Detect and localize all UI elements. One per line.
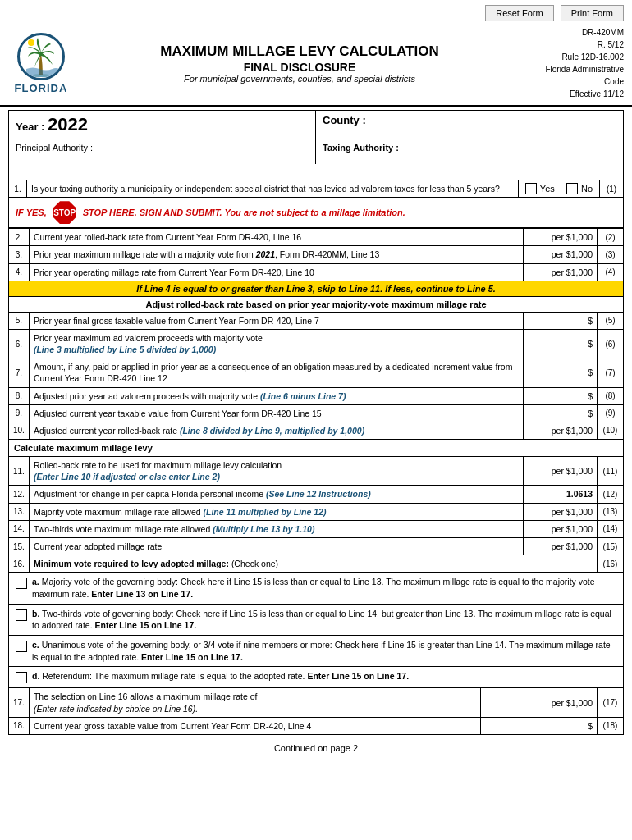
- reset-button[interactable]: Reset Form: [485, 5, 553, 21]
- form-code: Florida Administrative Code: [525, 63, 624, 88]
- row-13-unit: per $1,000: [524, 503, 598, 520]
- row-12-value: 1.0613: [524, 486, 598, 503]
- section-1-header-row: Adjust rolled-back rate based on prior y…: [9, 296, 624, 312]
- principal-taxing-row: Principal Authority : Taxing Authority :: [8, 139, 624, 164]
- row-11-italic: (Enter Line 10 if adjusted or else enter…: [34, 472, 220, 482]
- row-16d-checkbox[interactable]: [16, 672, 27, 683]
- row-4-desc: Prior year operating millage rate from C…: [29, 263, 523, 281]
- form-number: DR-420MM: [525, 26, 624, 39]
- row-6-desc: Prior year maximum ad valorem proceeds w…: [29, 329, 523, 358]
- table-row-17: 17. The selection on Line 16 allows a ma…: [9, 688, 624, 717]
- florida-label: FLORIDA: [15, 82, 68, 94]
- principal-cell: Principal Authority :: [9, 139, 316, 164]
- table-row-8: 8. Adjusted prior year ad valorem procee…: [9, 387, 624, 404]
- main-form-table: 2. Current year rolled-back rate from Cu…: [8, 228, 624, 573]
- row-17-index: (17): [598, 688, 624, 717]
- blank-row: [8, 164, 624, 180]
- row-16c-bold: Enter Line 15 on Line 17.: [141, 652, 243, 662]
- table-row-11: 11. Rolled-back rate to be used for maxi…: [9, 457, 624, 486]
- row-16c-label: c. Unanimous vote of the governing body,…: [32, 639, 616, 663]
- row-3-year: 2021: [256, 249, 275, 259]
- section-1-header: Adjust rolled-back rate based on prior y…: [9, 296, 624, 312]
- row-12-desc: Adjustment for change in per capita Flor…: [29, 486, 523, 503]
- row-16a-label: a. Majority vote of the governing body: …: [32, 576, 616, 600]
- row-16b-label: b. Two-thirds vote of governing body: Ch…: [32, 608, 616, 632]
- if-yes-text: IF YES,: [16, 208, 47, 217]
- row-3-index: (3): [598, 246, 624, 263]
- table-row-14: 14. Two-thirds vote maximum millage rate…: [9, 520, 624, 537]
- row-13-italic: (Line 11 multiplied by Line 12): [203, 507, 326, 517]
- row-16c-container: c. Unanimous vote of the governing body,…: [8, 636, 624, 667]
- row-16b-checkbox[interactable]: [16, 609, 27, 621]
- year-county-row: Year : 2022 County :: [8, 110, 624, 139]
- sub-title: FINAL DISCLOSURE: [74, 61, 525, 74]
- row-15-index: (15): [598, 537, 624, 555]
- table-row-3: 3. Prior year maximum millage rate with …: [9, 246, 624, 263]
- table-row-4: 4. Prior year operating millage rate fro…: [9, 263, 624, 281]
- row-5-index: (5): [598, 312, 624, 329]
- row-18-desc: Current year gross taxable value from Cu…: [29, 717, 480, 734]
- row-5-num: 5.: [9, 312, 30, 329]
- row-9-desc: Adjusted current year taxable value from…: [29, 404, 523, 422]
- row-13-index: (13): [598, 503, 624, 520]
- county-label: County :: [323, 114, 366, 126]
- row-14-desc: Two-thirds vote maximum millage rate all…: [29, 520, 523, 537]
- row-1-index: (1): [600, 180, 623, 197]
- row-2-index: (2): [598, 229, 624, 246]
- row-18-num: 18.: [9, 717, 30, 734]
- logo-circle: [17, 33, 65, 80]
- row-16d-container: d. Referendum: The maximum millage rate …: [8, 667, 624, 687]
- form-revision: R. 5/12: [525, 39, 624, 51]
- yellow-banner-row: If Line 4 is equal to or greater than Li…: [9, 281, 624, 296]
- row-2-desc: Current year rolled-back rate from Curre…: [29, 229, 523, 246]
- row-1-container: 1. Is your taxing authority a municipali…: [8, 180, 624, 198]
- row-4-num: 4.: [9, 263, 30, 281]
- row-16b-bold: Enter Line 15 on Line 17.: [94, 620, 196, 630]
- table-row-10: 10. Adjusted current year rolled-back ra…: [9, 422, 624, 439]
- row-7-index: (7): [598, 358, 624, 387]
- row-11-index: (11): [598, 457, 624, 486]
- row-1-num: 1.: [9, 180, 27, 197]
- row-3-num: 3.: [9, 246, 30, 263]
- row-10-italic: (Line 8 divided by Line 9, multiplied by…: [180, 426, 364, 436]
- table-row-6: 6. Prior year maximum ad valorem proceed…: [9, 329, 624, 358]
- row-11-num: 11.: [9, 457, 30, 486]
- table-row-16: 16. Minimum vote required to levy adopte…: [9, 555, 624, 573]
- row-5-unit: $: [524, 312, 598, 329]
- row-12-index: (12): [598, 486, 624, 503]
- no-checkbox[interactable]: [566, 183, 578, 194]
- row-3-desc: Prior year maximum millage rate with a m…: [29, 246, 523, 263]
- row-10-index: (10): [598, 422, 624, 439]
- row-16a-checkbox[interactable]: [16, 578, 27, 589]
- row-11-unit: per $1,000: [524, 457, 598, 486]
- row-8-index: (8): [598, 387, 624, 404]
- row-14-num: 14.: [9, 520, 30, 537]
- yes-checkbox[interactable]: [525, 183, 537, 194]
- row-16c-checkbox[interactable]: [16, 641, 27, 652]
- table-row-12: 12. Adjustment for change in per capita …: [9, 486, 624, 503]
- row-14-italic: (Multiply Line 13 by 1.10): [213, 524, 314, 534]
- year-cell: Year : 2022: [9, 111, 316, 139]
- row-4-unit: per $1,000: [524, 263, 598, 281]
- row-15-num: 15.: [9, 537, 30, 555]
- print-button[interactable]: Print Form: [561, 5, 624, 21]
- row-16d-bold: Enter Line 15 on Line 17.: [307, 671, 409, 681]
- yes-label: Yes: [540, 184, 555, 194]
- row-17-num: 17.: [9, 688, 30, 717]
- continued-text: Continued on page 2: [8, 735, 624, 761]
- row-5-desc: Prior year final gross taxable value fro…: [29, 312, 523, 329]
- row-10-desc: Adjusted current year rolled-back rate (…: [29, 422, 523, 439]
- svg-point-1: [28, 39, 34, 46]
- row-16a-bold: Enter Line 13 on Line 17.: [91, 589, 193, 599]
- title-area: MAXIMUM MILLAGE LEVY CALCULATION FINAL D…: [74, 43, 525, 84]
- row-6-unit: $: [524, 329, 598, 358]
- row-15-desc: Current year adopted millage rate: [29, 537, 523, 555]
- table-row-13: 13. Majority vote maximum millage rate a…: [9, 503, 624, 520]
- row-9-num: 9.: [9, 404, 30, 422]
- form-effective: Effective 11/12: [525, 88, 624, 100]
- row-6-italic: (Line 3 multiplied by Line 5 divided by …: [34, 345, 216, 354]
- section-2-header: Calculate maximum millage levy: [9, 440, 624, 457]
- table-row-5: 5. Prior year final gross taxable value …: [9, 312, 624, 329]
- taxing-label: Taxing Authority :: [323, 143, 399, 153]
- form-rule: Rule 12D-16.002: [525, 51, 624, 63]
